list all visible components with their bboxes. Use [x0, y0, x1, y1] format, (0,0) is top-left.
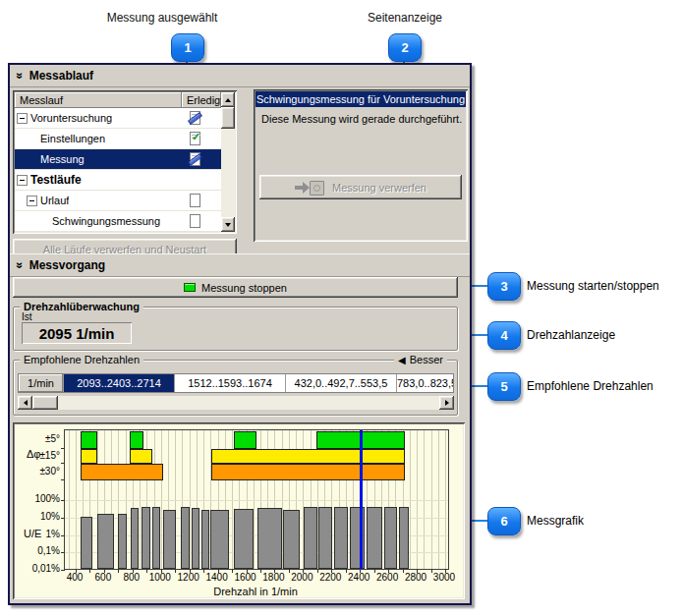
y-axis-tick [61, 535, 65, 536]
speed-unit-header: 1/min [19, 374, 64, 392]
tree-row-testläufe[interactable]: Testläufe [15, 170, 221, 191]
speed-range-cell[interactable]: 2093..2403..2714 [64, 374, 175, 392]
chart-bar [257, 508, 282, 569]
chart-bar [384, 507, 397, 569]
chart-bar [131, 508, 139, 569]
measurement-tree: Messlauf Erledigt VoruntersuchungEinstel… [13, 90, 237, 234]
chart-bar [210, 510, 229, 569]
callout-badge-3: 3 [487, 272, 521, 301]
chart-bar [318, 507, 332, 569]
section-title: Messvorgang [29, 258, 105, 272]
y-tick-label: 0,1% [21, 545, 60, 556]
arrow-right-icon [445, 400, 449, 406]
phase-axis-tick [61, 479, 65, 480]
y-tick-label: 100% [21, 493, 60, 504]
chart-bar [399, 507, 409, 569]
speed-table-hscrollbar[interactable] [18, 396, 454, 410]
discard-trash-icon [295, 179, 324, 196]
tree-row-label: Testläufe [30, 173, 82, 187]
stop-measurement-button[interactable]: Messung stoppen [13, 277, 458, 298]
y-axis-tick [61, 570, 65, 571]
page-display-panel: Schwingungsmessung für Voruntersuchung D… [254, 89, 468, 242]
tree-row-einstellungen[interactable]: Einstellungen✓ [15, 129, 221, 149]
tree-column-erledigt[interactable]: Erledigt [182, 92, 221, 108]
scroll-up-button[interactable] [221, 92, 235, 107]
callout-badge-5: 5 [487, 372, 521, 401]
page-status-text: Diese Messung wird gerade durchgeführt. [261, 113, 464, 125]
scroll-right-button[interactable] [439, 396, 454, 410]
recommended-group-label: Empfohlene Drehzahlen [20, 354, 143, 365]
phase-band-segment [211, 464, 405, 480]
page-title-bar: Schwingungsmessung für Voruntersuchung [256, 91, 466, 107]
edit-icon [187, 151, 202, 167]
y-axis-tick [61, 518, 65, 519]
chart-bar [97, 514, 114, 569]
chart-bar [234, 509, 254, 569]
tree-expander-icon[interactable] [27, 196, 37, 206]
tree-row-schwingungsmessung[interactable]: Schwingungsmessung [15, 211, 221, 232]
check-icon: ✓ [187, 131, 202, 146]
chart-bar [334, 507, 348, 569]
scroll-left-button[interactable] [18, 396, 32, 410]
speed-range-cell[interactable]: 1512..1593..1674 [175, 374, 286, 392]
screenshot-stage: Messung ausgewählt Seitenanzeige 1 2 3 M… [0, 0, 682, 616]
arrow-left-icon: ◀ [398, 355, 406, 365]
chart-bar [367, 507, 382, 569]
speed-range-cell[interactable]: 432,0..492,7..553,5 [286, 374, 397, 392]
y-tick-label: 10% [21, 511, 60, 522]
speed-range-cell[interactable]: 783,0..823,5. [397, 374, 453, 392]
y-axis-label: U/E [24, 528, 41, 539]
annotation-label-6: Messgrafik [527, 514, 584, 528]
discard-measurement-button: Messung verwerfen [259, 175, 462, 199]
page-icon [187, 213, 202, 229]
collapse-chevron-icon[interactable]: » [15, 73, 25, 80]
speed-value-display: 2095 1/min [22, 322, 132, 344]
gridline-horizontal [65, 500, 448, 501]
graph-plot-area [64, 429, 449, 570]
speed-table: 1/min 2093..2403..27141512..1593..167443… [18, 373, 454, 393]
tree-row-label: Messung [40, 153, 85, 165]
callout-badge-1: 1 [171, 33, 204, 62]
x-tick-label: 3000 [427, 572, 461, 583]
chart-bar [118, 514, 126, 569]
phase-band-segment [81, 431, 97, 449]
better-direction-hint: ◀ Besser [394, 354, 447, 365]
discard-button-label: Messung verwerfen [332, 182, 426, 194]
tree-expander-icon[interactable] [17, 175, 28, 186]
actual-speed-label: Ist [22, 311, 32, 322]
collapse-chevron-icon[interactable]: » [15, 262, 25, 269]
scroll-down-button[interactable] [221, 217, 235, 232]
callout-badge-4: 4 [487, 321, 521, 350]
phase-band-segment [234, 431, 256, 449]
tree-row-voruntersuchung[interactable]: Voruntersuchung [15, 108, 221, 129]
annotation-label-3: Messung starten/stoppen [527, 279, 659, 293]
phase-axis-tick [61, 463, 65, 464]
recommended-speeds-group: Empfohlene Drehzahlen ◀ Besser 1/min 209… [13, 360, 458, 416]
phase-axis-tick [61, 448, 65, 449]
phase-axis-label: Δφ [27, 448, 40, 460]
chart-bar [192, 508, 199, 569]
scrollbar-thumb[interactable] [221, 107, 235, 129]
y-tick-label: 0,01% [21, 563, 60, 574]
tree-row-messung[interactable]: Messung [15, 149, 221, 170]
scrollbar-thumb[interactable] [32, 396, 58, 410]
chart-bar [181, 507, 190, 569]
tree-column-messlauf[interactable]: Messlauf [15, 92, 182, 108]
x-axis-label: Drehzahl in 1/min [64, 586, 447, 597]
tree-row-label: Schwingungsmessung [52, 215, 160, 227]
callout-badge-2: 2 [388, 33, 422, 62]
speed-group-label: Drehzahlüberwachung [20, 301, 143, 312]
chart-bar [163, 510, 176, 569]
tree-expander-icon[interactable] [17, 113, 28, 124]
annotation-label-5: Empfohlene Drehzahlen [527, 379, 654, 393]
section-header-messvorgang[interactable]: » Messvorgang [10, 253, 470, 277]
chart-bar [201, 510, 209, 569]
tree-row-urlauf[interactable]: Urlauf [15, 191, 221, 211]
chart-bar [304, 507, 316, 569]
tree-row-label: Voruntersuchung [30, 112, 112, 124]
chart-bar [152, 507, 161, 569]
phase-band-segment [81, 449, 97, 464]
section-header-messablauf[interactable]: » Messablauf [10, 65, 470, 87]
arrow-up-icon [225, 98, 231, 102]
page-icon [187, 193, 202, 208]
